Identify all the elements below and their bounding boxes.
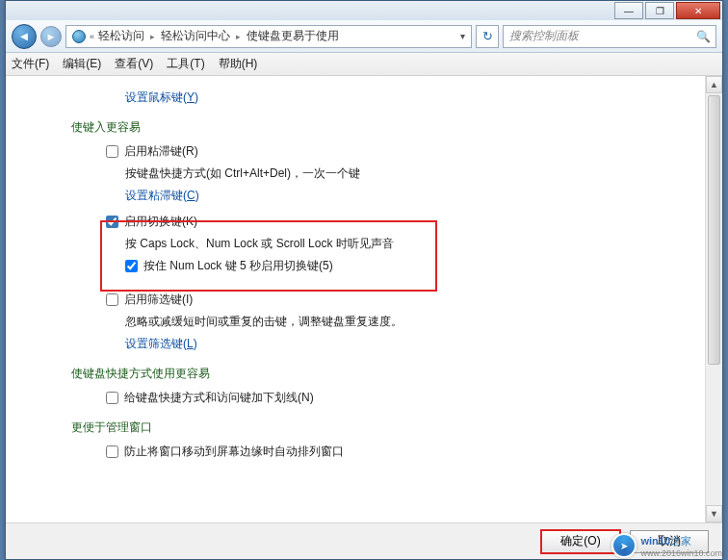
- menu-tools[interactable]: 工具(T): [167, 56, 204, 72]
- refresh-button[interactable]: ↻: [476, 25, 499, 48]
- content-area: 设置鼠标键(Y) 使键入更容易 启用粘滞键(R) 按键盘快捷方式(如 Ctrl+…: [6, 76, 722, 522]
- highlight-box: [100, 220, 437, 292]
- menu-edit[interactable]: 编辑(E): [63, 56, 101, 72]
- address-bar[interactable]: « 轻松访问 ▸ 轻松访问中心 ▸ 使键盘更易于使用 ▾: [65, 25, 472, 48]
- menu-view[interactable]: 查看(V): [115, 56, 153, 72]
- search-input[interactable]: 搜索控制面板 🔍: [503, 25, 716, 48]
- menu-help[interactable]: 帮助(H): [219, 56, 258, 72]
- control-panel-window: — ❐ ✕ ◄ ► « 轻松访问 ▸ 轻松访问中心 ▸ 使键盘更易于使用 ▾ ↻…: [5, 0, 723, 560]
- checkbox-label: 给键盘快捷方式和访问键加下划线(N): [124, 390, 314, 406]
- settings-panel: 设置鼠标键(Y) 使键入更容易 启用粘滞键(R) 按键盘快捷方式(如 Ctrl+…: [6, 76, 705, 522]
- checkbox-label: 启用切换键(K): [124, 214, 197, 230]
- sticky-keys-checkbox[interactable]: [106, 145, 118, 158]
- search-icon[interactable]: 🔍: [696, 30, 710, 43]
- section-heading: 使键盘快捷方式使用更容易: [71, 366, 693, 382]
- scroll-down-button[interactable]: ▼: [706, 505, 722, 522]
- checkbox-label: 启用筛选键(I): [124, 292, 193, 308]
- chevron-down-icon[interactable]: ▾: [460, 31, 465, 41]
- mouse-keys-link[interactable]: 设置鼠标键(Y): [125, 90, 198, 104]
- breadcrumb-dropdown-icon[interactable]: «: [90, 32, 94, 41]
- filter-keys-checkbox[interactable]: [106, 293, 118, 306]
- underline-shortcuts-row: 给键盘快捷方式和访问键加下划线(N): [106, 390, 693, 406]
- search-placeholder: 搜索控制面板: [509, 28, 579, 44]
- checkbox-label: 启用粘滞键(R): [124, 143, 198, 160]
- cancel-button[interactable]: 取消: [630, 530, 709, 553]
- filter-keys-row: 启用筛选键(I): [106, 292, 693, 308]
- toggle-keys-checkbox[interactable]: [106, 216, 118, 228]
- filter-keys-settings-link[interactable]: 设置筛选键(L): [125, 337, 197, 350]
- checkbox-label: 按住 Num Lock 键 5 秒启用切换键(5): [143, 258, 333, 274]
- description-text: 忽略或减缓短时间或重复的击键，调整键盘重复速度。: [125, 314, 693, 330]
- breadcrumb[interactable]: 轻松访问中心: [161, 28, 230, 44]
- forward-button[interactable]: ►: [40, 26, 62, 47]
- chevron-right-icon: ▸: [234, 32, 243, 41]
- toggle-keys-sub-row: 按住 Num Lock 键 5 秒启用切换键(5): [125, 258, 693, 274]
- toggle-keys-row: 启用切换键(K): [106, 214, 693, 230]
- vertical-scrollbar[interactable]: ▲ ▼: [705, 76, 722, 522]
- checkbox-label: 防止将窗口移动到屏幕边缘时自动排列窗口: [124, 444, 344, 460]
- ok-button[interactable]: 确定(O): [541, 530, 620, 553]
- maximize-button[interactable]: ❐: [645, 2, 674, 19]
- minimize-button[interactable]: —: [614, 2, 643, 19]
- window-arrange-checkbox[interactable]: [106, 445, 118, 458]
- sticky-keys-settings-link[interactable]: 设置粘滞键(C): [125, 189, 199, 202]
- close-button[interactable]: ✕: [676, 2, 720, 19]
- scroll-thumb[interactable]: [708, 95, 720, 365]
- globe-icon: [72, 30, 86, 43]
- section-heading: 使键入更容易: [71, 119, 693, 136]
- titlebar: — ❐ ✕: [6, 1, 722, 20]
- back-button[interactable]: ◄: [12, 24, 37, 49]
- window-arrange-row: 防止将窗口移动到屏幕边缘时自动排列窗口: [106, 444, 693, 460]
- dialog-footer: 确定(O) 取消: [6, 522, 722, 559]
- toggle-keys-numlock-checkbox[interactable]: [125, 260, 138, 272]
- menu-bar: 文件(F) 编辑(E) 查看(V) 工具(T) 帮助(H): [6, 53, 722, 76]
- description-text: 按键盘快捷方式(如 Ctrl+Alt+Del)，一次一个键: [125, 165, 693, 182]
- nav-bar: ◄ ► « 轻松访问 ▸ 轻松访问中心 ▸ 使键盘更易于使用 ▾ ↻ 搜索控制面…: [6, 20, 722, 53]
- breadcrumb[interactable]: 使键盘更易于使用: [247, 28, 339, 44]
- breadcrumb[interactable]: 轻松访问: [98, 28, 144, 44]
- description-text: 按 Caps Lock、Num Lock 或 Scroll Lock 时听见声音: [125, 236, 693, 252]
- chevron-right-icon: ▸: [148, 32, 157, 41]
- sticky-keys-row: 启用粘滞键(R): [106, 143, 693, 160]
- menu-file[interactable]: 文件(F): [12, 56, 49, 72]
- scroll-up-button[interactable]: ▲: [706, 76, 722, 93]
- underline-shortcuts-checkbox[interactable]: [106, 392, 118, 404]
- section-heading: 更便于管理窗口: [71, 420, 693, 436]
